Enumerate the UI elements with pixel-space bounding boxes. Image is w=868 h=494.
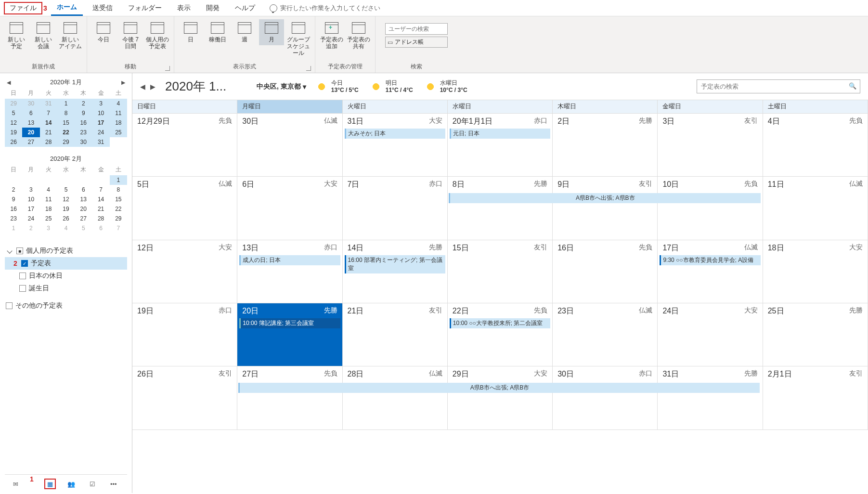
- day-view-button[interactable]: 日: [178, 19, 203, 45]
- mini-day[interactable]: 26: [5, 137, 22, 147]
- mini-day[interactable]: 6: [22, 108, 39, 118]
- tab-file[interactable]: ファイル: [4, 2, 42, 14]
- mini-day[interactable]: 30: [22, 99, 39, 108]
- calendar-cell[interactable]: 17日仏滅9:30 ○○市教育委員会見学会; A設備: [658, 240, 763, 303]
- mini-day[interactable]: 20: [22, 128, 39, 137]
- event-item[interactable]: A県B市へ出張; A県B市: [449, 193, 761, 203]
- mini-day[interactable]: 14: [40, 118, 57, 128]
- mini-day[interactable]: 29: [5, 99, 22, 108]
- dialog-launcher-icon[interactable]: [165, 66, 170, 71]
- workweek-view-button[interactable]: 稼働日: [205, 19, 230, 45]
- mini-day[interactable]: 6: [92, 223, 109, 233]
- mini-day[interactable]: 31: [40, 99, 57, 108]
- mini-day[interactable]: 5: [75, 223, 92, 233]
- mini-day[interactable]: 19: [57, 204, 75, 214]
- mini-day[interactable]: 24: [22, 214, 39, 223]
- calendar-cell[interactable]: 31日先勝: [658, 366, 763, 429]
- mini-day[interactable]: 2: [22, 223, 39, 233]
- mini-day[interactable]: 29: [110, 214, 127, 223]
- mini-day[interactable]: [5, 175, 22, 185]
- calendar-cell[interactable]: 14日先勝16:00 部署内ミーティング; 第一会議室: [343, 240, 448, 303]
- mini-day[interactable]: 27: [75, 214, 92, 223]
- event-item[interactable]: 成人の日; 日本: [239, 255, 340, 265]
- mini-day[interactable]: 23: [5, 214, 22, 223]
- mini-day[interactable]: [22, 175, 39, 185]
- calendar-cell[interactable]: 22日先負10:00 ○○大学教授来所; 第二会議室: [448, 303, 553, 366]
- next-button[interactable]: ▶: [150, 83, 155, 91]
- tree-item-calendar[interactable]: 2 ✓ 予定表: [5, 257, 127, 270]
- event-item[interactable]: 10:00 簿記講座; 第三会議室: [239, 318, 340, 328]
- mini-day[interactable]: 4: [110, 99, 127, 108]
- mini-day[interactable]: 24: [92, 128, 109, 137]
- mini-day[interactable]: 27: [22, 137, 39, 147]
- calendar-cell[interactable]: 18日大安: [763, 240, 868, 303]
- mini-day[interactable]: 22: [57, 128, 75, 137]
- add-calendar-button[interactable]: 予定表の 追加: [319, 19, 344, 52]
- calendar-cell[interactable]: 2月1日友引: [763, 366, 868, 429]
- calendar-search-input[interactable]: [697, 79, 860, 93]
- event-item[interactable]: 9:30 ○○市教育委員会見学会; A設備: [660, 255, 760, 265]
- tab-folder[interactable]: フォルダー: [122, 1, 168, 15]
- mini-day[interactable]: [110, 137, 127, 147]
- mini-day[interactable]: 8: [110, 185, 127, 195]
- mini-day[interactable]: 20: [75, 204, 92, 214]
- address-book-button[interactable]: ▭ アドレス帳: [385, 37, 448, 48]
- mini-day[interactable]: 28: [92, 214, 109, 223]
- calendar-cell[interactable]: 16日先負: [553, 240, 658, 303]
- calendar-cell[interactable]: 21日友引: [343, 303, 448, 366]
- calendar-cell[interactable]: 30日仏滅: [237, 114, 342, 177]
- personal-calendar-button[interactable]: 個人用の 予定表: [145, 19, 170, 52]
- calendar-cell[interactable]: 26日友引: [132, 366, 237, 429]
- calendar-cell[interactable]: 27日先負A県B市へ出張; A県B市: [237, 366, 342, 429]
- mini-day[interactable]: 23: [75, 128, 92, 137]
- calendar-cell[interactable]: 19日赤口: [132, 303, 237, 366]
- next-7-days-button[interactable]: 今後 7 日間: [118, 19, 143, 52]
- mini-day[interactable]: 4: [40, 185, 57, 195]
- calendar-cell[interactable]: 24日大安: [658, 303, 763, 366]
- mini-day[interactable]: 3: [22, 185, 39, 195]
- dialog-launcher-icon[interactable]: [306, 66, 311, 71]
- month-view-button[interactable]: 月: [259, 19, 284, 45]
- calendar-cell[interactable]: 12日大安: [132, 240, 237, 303]
- tab-home[interactable]: ホーム: [51, 0, 83, 16]
- mini-day[interactable]: 7: [92, 185, 109, 195]
- calendar-cell[interactable]: 20年1月1日赤口元日; 日本: [448, 114, 553, 177]
- calendar-cell[interactable]: 9日友引: [553, 177, 658, 240]
- tab-developer[interactable]: 開発: [200, 1, 225, 15]
- calendar-cell[interactable]: 10日先負: [658, 177, 763, 240]
- mini-day[interactable]: 13: [22, 118, 39, 128]
- mini-day[interactable]: 1: [57, 99, 75, 108]
- event-item[interactable]: 大みそか; 日本: [345, 129, 445, 139]
- tell-me[interactable]: 実行したい作業を入力してください: [270, 4, 380, 13]
- mini-day[interactable]: 16: [75, 118, 92, 128]
- mini-day[interactable]: [92, 175, 109, 185]
- event-item[interactable]: A県B市へ出張; A県B市: [238, 383, 759, 393]
- mini-day[interactable]: 19: [5, 128, 22, 137]
- mini-day[interactable]: 28: [40, 137, 57, 147]
- calendar-cell[interactable]: 30日赤口: [553, 366, 658, 429]
- mini-day[interactable]: 11: [110, 108, 127, 118]
- mail-icon[interactable]: ✉: [10, 479, 21, 489]
- calendar-cell[interactable]: 5日仏滅: [132, 177, 237, 240]
- search-icon[interactable]: 🔍: [849, 82, 856, 90]
- event-item[interactable]: 元日; 日本: [450, 129, 550, 139]
- mini-day[interactable]: 31: [92, 137, 109, 147]
- calendar-cell[interactable]: 11日仏滅: [763, 177, 868, 240]
- calendar-cell[interactable]: 12月29日先負: [132, 114, 237, 177]
- week-view-button[interactable]: 週: [232, 19, 257, 45]
- mini-day[interactable]: 15: [57, 118, 75, 128]
- checkbox-icon[interactable]: [19, 285, 26, 292]
- tree-item-holidays[interactable]: 日本の休日: [5, 270, 127, 282]
- calendar-icon[interactable]: ▦: [44, 479, 56, 489]
- tab-help[interactable]: ヘルプ: [229, 1, 261, 15]
- mini-day[interactable]: 14: [92, 195, 109, 204]
- mini-day[interactable]: 5: [5, 108, 22, 118]
- mini-day[interactable]: 30: [75, 137, 92, 147]
- new-items-button[interactable]: 新しい アイテム: [58, 19, 83, 52]
- calendar-cell[interactable]: 29日大安: [448, 366, 553, 429]
- mini-day[interactable]: 18: [110, 118, 127, 128]
- mini-day[interactable]: 18: [40, 204, 57, 214]
- mini-day[interactable]: 10: [92, 108, 109, 118]
- mini-day[interactable]: 17: [92, 118, 109, 128]
- mini-day[interactable]: 2: [75, 99, 92, 108]
